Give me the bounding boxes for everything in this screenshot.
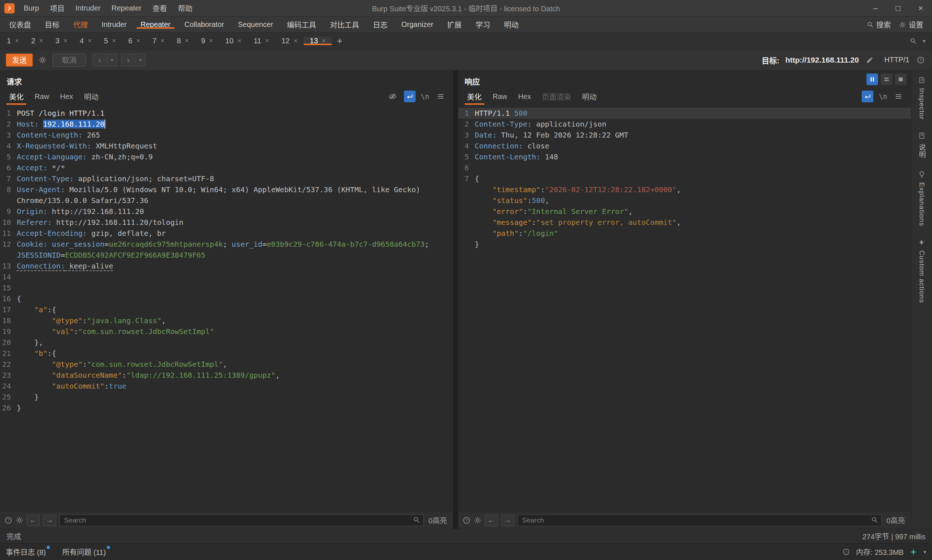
wrap-toggle-icon[interactable] xyxy=(404,91,415,102)
editor-line[interactable]: "error":"Internal Server Error", xyxy=(458,206,911,217)
editor-line[interactable]: 4X-Requested-With: XMLHttpRequest xyxy=(0,140,453,151)
collapse-chevron-icon[interactable]: ▾ xyxy=(923,549,926,555)
close-tab-icon[interactable]: × xyxy=(293,37,298,45)
settings-button[interactable]: 设置 xyxy=(899,19,923,30)
view-tab-美化[interactable]: 美化 xyxy=(4,88,29,105)
sidebar-tab-notes[interactable]: 说明 xyxy=(917,132,927,158)
nav-item-日志[interactable]: 日志 xyxy=(366,19,394,30)
menu-帮助[interactable]: 帮助 xyxy=(172,0,198,16)
editor-line[interactable]: 5Accept-Language: zh-CN,zh;q=0.9 xyxy=(0,151,453,162)
repeater-tab-6[interactable]: 6× xyxy=(122,37,147,45)
close-tab-icon[interactable]: × xyxy=(322,37,326,45)
maximize-button[interactable]: □ xyxy=(887,0,909,16)
response-search-input[interactable] xyxy=(517,514,882,526)
editor-line[interactable]: 3Content-Length: 265 xyxy=(0,129,453,140)
wrap-toggle-icon[interactable] xyxy=(862,91,873,102)
close-tab-icon[interactable]: × xyxy=(112,37,116,45)
search-icon[interactable] xyxy=(871,516,878,523)
add-tab-button[interactable]: + xyxy=(332,35,347,46)
nav-item-明动[interactable]: 明动 xyxy=(497,19,526,30)
hide-eye-icon[interactable] xyxy=(387,91,398,102)
nav-item-Intruder[interactable]: Intruder xyxy=(95,20,134,29)
layout-columns-button[interactable] xyxy=(866,74,878,85)
editor-line[interactable]: 8User-Agent: Mozilla/5.0 (Windows NT 10.… xyxy=(0,184,453,195)
search-prev-button[interactable]: ← xyxy=(485,514,498,526)
menu-查看[interactable]: 查看 xyxy=(147,0,172,16)
nav-item-扩展[interactable]: 扩展 xyxy=(440,19,469,30)
close-tab-icon[interactable]: × xyxy=(88,37,92,45)
editor-line[interactable]: "path":"/login" xyxy=(458,228,911,239)
request-search-input[interactable] xyxy=(59,514,424,526)
editor-line[interactable]: 18 "@type":"java.lang.Class", xyxy=(0,315,453,326)
menu-项目[interactable]: 项目 xyxy=(45,0,70,16)
editor-line[interactable]: 26} xyxy=(0,402,453,413)
search-prev-button[interactable]: ← xyxy=(26,514,40,526)
editor-line[interactable]: 10Referer: http://192.168.111.20/tologin xyxy=(0,217,453,228)
ai-sparkle-icon[interactable] xyxy=(909,548,917,556)
editor-line[interactable]: 25 } xyxy=(0,392,453,402)
forward-button[interactable]: › xyxy=(121,54,136,66)
minimize-button[interactable]: – xyxy=(864,0,887,16)
help-icon[interactable]: ? xyxy=(915,56,926,64)
request-editor[interactable]: 1POST /login HTTP/1.12Host: 192.168.111.… xyxy=(0,105,453,511)
close-tab-icon[interactable]: × xyxy=(136,37,140,45)
send-button[interactable]: 发送 xyxy=(6,54,33,66)
editor-line[interactable]: 19 "val":"com.sun.rowset.JdbcRowSetImpl" xyxy=(0,326,453,337)
editor-line[interactable]: 24 "autoCommit":true xyxy=(0,381,453,392)
tab-search-icon[interactable] xyxy=(910,37,917,45)
close-tab-icon[interactable]: × xyxy=(160,37,165,45)
menu-Repeater[interactable]: Repeater xyxy=(106,0,147,16)
search-settings-gear-icon[interactable] xyxy=(474,516,481,524)
close-button[interactable]: × xyxy=(909,0,932,16)
editor-line[interactable]: 11Accept-Encoding: gzip, deflate, br xyxy=(0,228,453,239)
editor-line[interactable]: 3Date: Thu, 12 Feb 2026 12:28:22 GMT xyxy=(458,129,911,140)
repeater-tab-9[interactable]: 9× xyxy=(195,37,219,45)
panel-divider[interactable] xyxy=(453,71,458,529)
all-issues-button[interactable]: 所有问题 (11) xyxy=(62,546,110,557)
editor-line[interactable]: 6Accept: */* xyxy=(0,162,453,173)
close-tab-icon[interactable]: × xyxy=(15,37,19,45)
editor-line[interactable]: 22 "@type":"com.sun.rowset.JdbcRowSetImp… xyxy=(0,359,453,370)
repeater-tab-12[interactable]: 12× xyxy=(275,37,304,45)
search-next-button[interactable]: → xyxy=(43,514,56,526)
editor-line[interactable]: 9Origin: http://192.168.111.20 xyxy=(0,206,453,217)
view-tab-Raw[interactable]: Raw xyxy=(29,88,55,105)
repeater-tab-8[interactable]: 8× xyxy=(170,37,195,45)
search-settings-gear-icon[interactable] xyxy=(15,516,23,524)
editor-line[interactable]: 4Connection: close xyxy=(458,140,911,151)
nav-item-学习[interactable]: 学习 xyxy=(469,19,497,30)
nav-item-目标[interactable]: 目标 xyxy=(38,19,66,30)
search-icon[interactable] xyxy=(413,516,420,523)
editor-line[interactable]: 2Host: 192.168.111.20 xyxy=(0,118,453,129)
editor-line[interactable]: } xyxy=(458,239,911,249)
search-help-icon[interactable]: ? xyxy=(463,516,471,525)
repeater-tab-1[interactable]: 1× xyxy=(1,37,25,45)
view-tab-Raw[interactable]: Raw xyxy=(487,88,513,105)
back-button[interactable]: ‹ xyxy=(93,54,107,66)
close-tab-icon[interactable]: × xyxy=(209,37,213,45)
close-tab-icon[interactable]: × xyxy=(185,37,189,45)
search-next-button[interactable]: → xyxy=(501,514,514,526)
editor-line[interactable]: "status":500, xyxy=(458,195,911,206)
edit-target-pencil-icon[interactable] xyxy=(865,56,875,64)
repeater-tab-3[interactable]: 3× xyxy=(49,37,74,45)
close-tab-icon[interactable]: × xyxy=(39,37,43,45)
close-tab-icon[interactable]: × xyxy=(265,37,269,45)
forward-dropdown[interactable]: ▾ xyxy=(136,54,146,66)
response-editor[interactable]: 1HTTP/1.1 5002Content-Type: application/… xyxy=(458,105,911,511)
repeater-tab-4[interactable]: 4× xyxy=(74,37,98,45)
nav-item-代理[interactable]: 代理 xyxy=(66,19,95,30)
editor-line[interactable]: 7Content-Type: application/json; charset… xyxy=(0,173,453,184)
editor-line[interactable]: 1POST /login HTTP/1.1 xyxy=(0,108,453,118)
repeater-tab-2[interactable]: 2× xyxy=(25,37,49,45)
tab-list-chevron-icon[interactable]: ▾ xyxy=(923,38,926,45)
repeater-tab-13[interactable]: 13× xyxy=(304,37,332,45)
search-help-icon[interactable]: ? xyxy=(5,516,12,525)
close-tab-icon[interactable]: × xyxy=(238,37,241,45)
editor-line[interactable]: 1HTTP/1.1 500 xyxy=(458,108,911,118)
nav-item-Repeater[interactable]: Repeater xyxy=(134,20,177,29)
global-search-button[interactable]: 搜索 xyxy=(867,19,891,30)
editor-line[interactable]: 14 xyxy=(0,271,453,282)
nav-item-Collaborator[interactable]: Collaborator xyxy=(177,20,231,29)
nav-item-编码工具[interactable]: 编码工具 xyxy=(280,19,323,30)
